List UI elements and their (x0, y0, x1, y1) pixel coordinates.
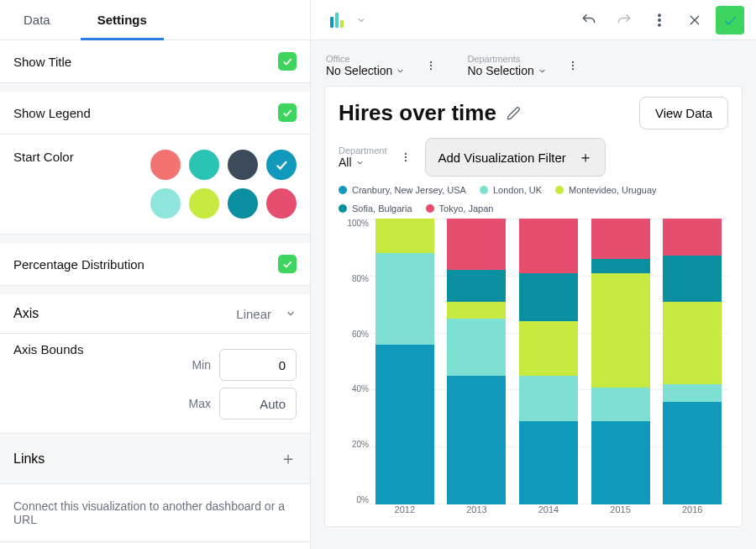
add-visualization-filter-button[interactable]: Add Visualization Filter ＋ (425, 138, 605, 177)
settings-sidebar: Data Settings Show Title Show Legend Sta… (0, 0, 311, 549)
office-filter-label: Office (326, 54, 405, 64)
bar[interactable] (375, 219, 434, 504)
chevron-down-icon (355, 158, 365, 167)
color-swatch[interactable] (189, 188, 219, 219)
chart-title: Hires over time (339, 100, 496, 126)
axis-select[interactable]: Linear (236, 307, 297, 321)
axis-bounds-min-input[interactable] (219, 349, 297, 381)
color-swatch[interactable] (189, 150, 219, 180)
legend-item[interactable]: Tokyo, Japan (426, 203, 494, 214)
bar-segment (375, 253, 434, 345)
axis-bounds-max-input[interactable]: Auto (219, 388, 297, 420)
redo-button[interactable] (610, 6, 638, 34)
bar[interactable] (447, 219, 506, 504)
more-button[interactable] (645, 6, 674, 34)
chart-card: Hires over time View Data Department All… (324, 86, 743, 527)
color-swatch[interactable] (266, 188, 297, 219)
add-link-button[interactable]: ＋ (280, 447, 297, 470)
chevron-down-icon[interactable] (356, 15, 366, 25)
office-filter-more[interactable] (425, 60, 437, 71)
axis-value: Linear (236, 307, 271, 321)
office-filter[interactable]: Office No Selection (326, 54, 405, 77)
svg-point-0 (659, 13, 661, 16)
legend-item[interactable]: Sofia, Bulgaria (339, 203, 412, 214)
edit-title-button[interactable] (507, 106, 522, 121)
svg-point-7 (430, 68, 432, 70)
more-vertical-icon (425, 60, 437, 71)
row-start-color: Start Color (0, 135, 310, 235)
legend-item[interactable]: Cranbury, New Jersey, USA (339, 185, 466, 195)
show-title-checkbox[interactable] (278, 52, 297, 71)
percentage-distribution-checkbox[interactable] (278, 255, 297, 273)
svg-point-2 (659, 24, 661, 26)
more-vertical-icon (567, 60, 579, 71)
bar-segment (447, 302, 506, 319)
more-vertical-icon (400, 151, 412, 163)
bar-segment (591, 259, 650, 273)
close-button[interactable] (680, 6, 709, 34)
view-data-button[interactable]: View Data (639, 97, 728, 129)
svg-point-9 (572, 65, 574, 66)
show-legend-checkbox[interactable] (278, 103, 297, 122)
bar-segment (591, 219, 650, 259)
department-filter-more[interactable] (400, 151, 412, 163)
editor-toolbar (311, 0, 756, 40)
svg-point-13 (405, 160, 407, 161)
y-tick: 80% (352, 274, 369, 283)
axis-bounds-min-label: Min (186, 358, 211, 372)
more-vertical-icon (651, 12, 668, 29)
svg-point-1 (659, 18, 661, 21)
departments-filter[interactable]: Departments No Selection (467, 54, 546, 77)
bar-segment (519, 219, 578, 273)
color-swatch[interactable] (228, 188, 258, 219)
confirm-button[interactable] (716, 6, 744, 34)
bar-segment (519, 321, 578, 376)
add-filter-label: Add Visualization Filter (438, 150, 565, 165)
tab-data[interactable]: Data (0, 0, 74, 40)
legend-label: Cranbury, New Jersey, USA (352, 185, 466, 195)
global-selectors: Office No Selection Departments No Selec… (326, 54, 743, 77)
color-swatch[interactable] (266, 150, 297, 180)
bar-segment (663, 219, 722, 256)
main-panel: Office No Selection Departments No Selec… (311, 0, 756, 549)
color-swatch[interactable] (228, 150, 258, 180)
x-tick: 2015 (591, 504, 650, 521)
check-icon (722, 12, 738, 29)
bar[interactable] (663, 219, 722, 504)
bar-chart-icon (330, 13, 344, 28)
legend-label: Sofia, Bulgaria (352, 203, 412, 214)
undo-icon (580, 12, 597, 29)
color-swatch[interactable] (150, 188, 181, 219)
bar[interactable] (591, 219, 650, 504)
department-filter[interactable]: Department All (339, 145, 386, 169)
x-tick: 2012 (375, 504, 434, 521)
legend-label: Montevideo, Uruguay (569, 185, 657, 195)
chevron-down-icon (396, 66, 405, 76)
legend-item[interactable]: Montevideo, Uruguay (555, 185, 657, 195)
chart-type-button[interactable] (323, 6, 351, 34)
legend-dot-icon (339, 186, 347, 194)
bar-segment (375, 219, 434, 253)
undo-button[interactable] (575, 6, 603, 34)
chart-area: 100%80%60%40%20%0% 20122013201420152016 (339, 219, 728, 521)
departments-filter-more[interactable] (567, 60, 579, 71)
y-axis: 100%80%60%40%20%0% (339, 219, 369, 521)
y-tick: 40% (352, 384, 369, 393)
bar-segment (447, 376, 506, 504)
legend-label: London, UK (493, 185, 542, 195)
legend-dot-icon (339, 204, 347, 213)
legend-dot-icon (555, 186, 564, 194)
color-swatch[interactable] (150, 150, 181, 180)
legend-item[interactable]: London, UK (480, 185, 542, 195)
tab-settings[interactable]: Settings (74, 0, 171, 40)
x-tick: 2016 (663, 504, 722, 521)
bar-segment (519, 273, 578, 322)
bar[interactable] (519, 219, 578, 504)
svg-point-11 (405, 153, 407, 155)
x-tick: 2014 (519, 504, 578, 521)
show-legend-label: Show Legend (13, 106, 91, 120)
svg-point-5 (430, 61, 432, 63)
show-title-label: Show Title (13, 55, 71, 69)
y-tick: 60% (352, 330, 369, 339)
bar-segment (519, 421, 578, 504)
